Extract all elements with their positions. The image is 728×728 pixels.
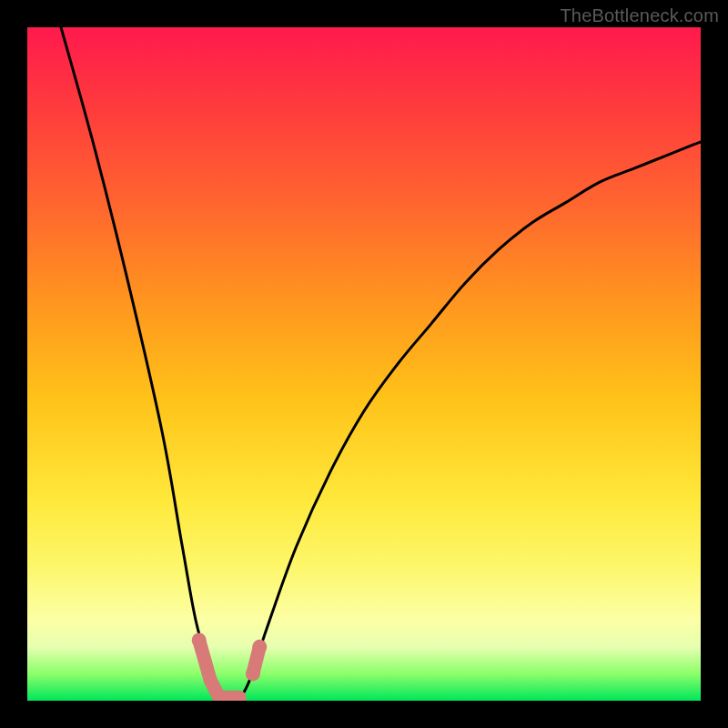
bottleneck-curve-path xyxy=(61,27,701,701)
marker-dot-right-top xyxy=(252,640,267,654)
bottleneck-curve-svg xyxy=(27,27,701,701)
chart-area xyxy=(27,27,701,701)
watermark-label: TheBottleneck.com xyxy=(560,5,719,26)
marker-group xyxy=(192,632,268,697)
